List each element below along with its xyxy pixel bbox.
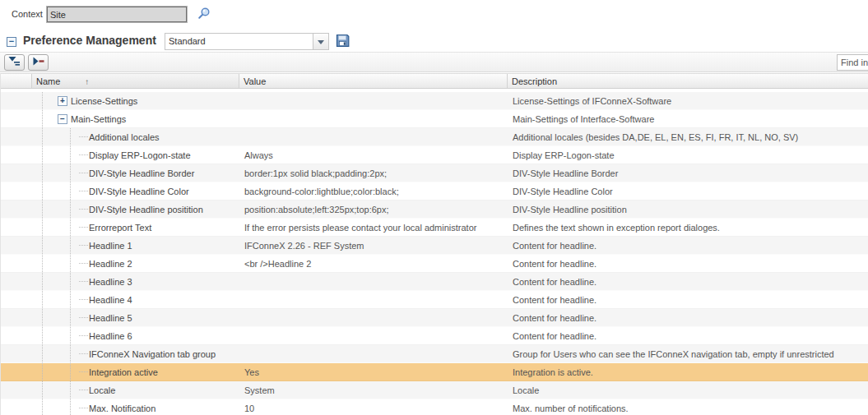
table-row[interactable]: Additional locales Additional locales (b…	[1, 128, 868, 146]
table-row[interactable]: Display ERP-Logon-state Always Display E…	[1, 146, 868, 164]
value-cell: Always	[239, 146, 508, 164]
table-row[interactable]: − Main-Settings Main-Settings of Interfa…	[1, 110, 868, 128]
row-selector-cell	[1, 327, 32, 344]
table-row[interactable]: Integration active Yes Integration is ac…	[1, 363, 868, 381]
table-row[interactable]: + License-Settings License-Settings of I…	[1, 92, 868, 110]
value-cell: IFConneX 2.26 - REF System	[239, 237, 508, 254]
table-row[interactable]: DIV-Style Headline Color background-colo…	[1, 182, 868, 201]
name-cell: DIV-Style Headline Border	[32, 164, 239, 182]
tree-connector-line	[79, 173, 88, 173]
tree-guide-line	[42, 399, 43, 415]
description-cell: Content for headline.	[508, 291, 868, 308]
description-cell: Integration is active.	[508, 363, 868, 380]
description-cell: License-Settings of IFConneX-Software	[508, 92, 868, 109]
tree-guide-line	[70, 273, 71, 290]
table-row[interactable]: DIV-Style Headline Border border:1px sol…	[1, 164, 868, 182]
setting-name: DIV-Style Headline Border	[89, 168, 194, 178]
panel-collapse-icon[interactable]: −	[7, 37, 16, 47]
table-row[interactable]: IFConneX Navigation tab group Group for …	[1, 345, 868, 363]
tree-guide-line	[42, 182, 43, 200]
find-input[interactable]	[837, 54, 868, 71]
table-row[interactable]: Headline 3 Content for headline.	[1, 273, 868, 291]
row-selector-cell	[1, 345, 32, 362]
tree-connector-line	[79, 353, 88, 354]
setting-name: Headline 6	[89, 331, 132, 341]
tree-guide-line	[42, 255, 43, 272]
tree-guide-line	[70, 381, 71, 399]
tree-connector-line	[79, 209, 88, 210]
table-row[interactable]: Max. Notification 10 Max. number of noti…	[1, 399, 868, 415]
table-row[interactable]: Headline 5 Content for headline.	[1, 309, 868, 327]
tree-guide-line	[70, 182, 71, 200]
preset-combo-value[interactable]: Standard	[165, 33, 313, 50]
preference-grid: Name↑ Value Description + License-Settin…	[0, 73, 868, 415]
tree-guide-line	[42, 327, 43, 344]
combo-dropdown-button[interactable]	[313, 33, 329, 50]
tree-guide-line	[42, 381, 43, 399]
name-cell: Locale	[32, 381, 239, 399]
name-cell: IFConneX Navigation tab group	[32, 345, 239, 362]
table-row[interactable]: Errorreport Text If the error persists p…	[1, 219, 868, 237]
tree-guide-line	[42, 345, 43, 362]
tree-guide-line	[42, 219, 43, 236]
table-row[interactable]: Headline 2 <br />Headline 2 Content for …	[1, 255, 868, 273]
context-search-button[interactable]	[196, 7, 212, 23]
filter-button[interactable]	[4, 54, 25, 71]
tree-guide-line	[70, 255, 71, 272]
row-selector-cell	[1, 291, 32, 308]
setting-name: IFConneX Navigation tab group	[89, 349, 216, 359]
collapse-rows-button[interactable]	[28, 54, 49, 71]
row-selector-cell	[1, 92, 32, 109]
page-title: Preference Management	[23, 34, 156, 47]
context-label: Context	[12, 9, 43, 19]
tree-expand-icon[interactable]: −	[58, 114, 67, 124]
tree-guide-line	[70, 146, 71, 164]
description-cell: Content for headline.	[508, 327, 868, 344]
tree-connector-line	[79, 408, 88, 408]
grid-header-row: Name↑ Value Description	[1, 73, 868, 89]
setting-name: Main-Settings	[71, 114, 126, 124]
row-selector-cell	[1, 146, 32, 164]
column-header-value[interactable]: Value	[239, 74, 508, 88]
row-selector-cell	[1, 363, 32, 380]
name-cell: Headline 6	[32, 327, 239, 344]
description-cell: DIV-Style Headline Color	[508, 182, 868, 200]
tree-guide-line	[70, 399, 71, 415]
value-cell	[239, 309, 508, 326]
magnifier-icon	[197, 12, 211, 24]
tree-expand-icon[interactable]: +	[58, 96, 67, 106]
row-selector-cell	[1, 399, 32, 415]
tree-guide-line	[70, 237, 71, 254]
tree-connector-line	[79, 227, 88, 228]
column-header-name[interactable]: Name↑	[32, 74, 239, 88]
grid-toolbar	[0, 52, 868, 72]
name-cell: Headline 1	[32, 237, 239, 254]
row-selector-cell	[1, 255, 32, 272]
tree-guide-line	[70, 309, 71, 326]
tree-guide-line	[42, 201, 43, 218]
name-cell: Headline 2	[32, 255, 239, 272]
setting-name: Headline 5	[89, 313, 132, 323]
tree-connector-line	[79, 335, 88, 336]
tree-guide-line	[70, 345, 71, 362]
setting-name: Locale	[89, 385, 115, 395]
context-input[interactable]	[47, 7, 187, 22]
description-cell: Locale	[508, 381, 868, 399]
description-cell: Content for headline.	[508, 237, 868, 254]
tree-guide-line	[42, 128, 43, 145]
table-row[interactable]: Headline 1 IFConneX 2.26 - REF System Co…	[1, 237, 868, 255]
setting-name: DIV-Style Headline Color	[89, 187, 189, 196]
tree-guide-line	[42, 237, 43, 254]
name-cell: Additional locales	[32, 128, 239, 145]
tree-connector-line	[79, 245, 88, 246]
name-cell: Display ERP-Logon-state	[32, 146, 239, 164]
table-row[interactable]: Headline 4 Content for headline.	[1, 291, 868, 309]
sort-ascending-icon: ↑	[85, 77, 89, 86]
save-button[interactable]	[334, 33, 350, 49]
table-row[interactable]: Locale System Locale	[1, 381, 868, 399]
table-row[interactable]: Headline 6 Content for headline.	[1, 327, 868, 345]
tree-guide-line	[42, 146, 43, 164]
filter-icon	[8, 57, 21, 69]
table-row[interactable]: DIV-Style Headline positition position:a…	[1, 201, 868, 219]
column-header-description[interactable]: Description	[508, 74, 868, 88]
